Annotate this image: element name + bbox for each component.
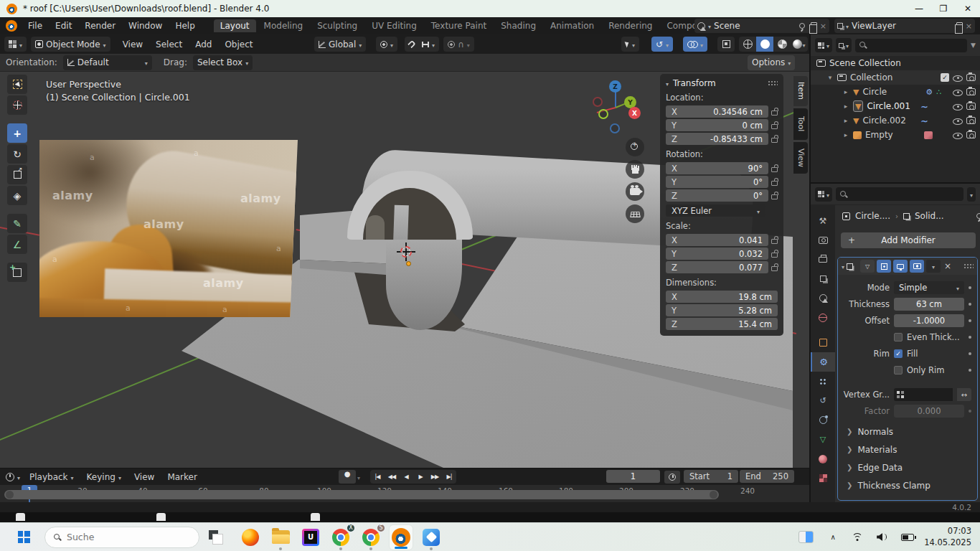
lock-icon[interactable] (771, 239, 778, 244)
tab-scene[interactable] (811, 288, 835, 308)
volume-button[interactable] (872, 524, 891, 550)
close-button[interactable]: ✕ (956, 0, 980, 17)
play-reverse-button[interactable]: ◀ (399, 474, 413, 480)
start-button[interactable] (11, 524, 36, 550)
lock-icon[interactable] (771, 167, 778, 172)
eye-icon[interactable] (953, 88, 963, 97)
lock-icon[interactable] (771, 194, 778, 199)
camera-visibility-icon[interactable] (966, 131, 976, 138)
orthographic-toggle-button[interactable] (626, 204, 644, 223)
outliner-row-collection[interactable]: ▾ Collection ✓ (811, 70, 980, 85)
disclosure-open-icon[interactable]: ▾ (826, 74, 834, 81)
extras-dropdown[interactable] (926, 260, 941, 273)
menu-select[interactable]: Select (149, 39, 189, 50)
offset-field[interactable]: -1.0000 (894, 314, 964, 327)
animate-dot[interactable] (969, 286, 971, 289)
new-scene-icon[interactable] (811, 22, 817, 30)
rotation-x-field[interactable]: X90° (666, 162, 768, 174)
location-z-field[interactable]: Z-0.85433 cm (666, 133, 768, 145)
tool-move[interactable]: + (7, 123, 27, 143)
tool-transform[interactable]: ◈ (7, 186, 27, 205)
menu-keying[interactable]: Keying (80, 472, 128, 482)
tray-expand-button[interactable]: ∧ (824, 524, 842, 550)
tab-particles[interactable] (811, 372, 835, 391)
rotation-mode-dropdown[interactable]: XYZ Euler (666, 204, 765, 217)
properties-options-button[interactable] (967, 187, 976, 202)
menu-view[interactable]: View (116, 39, 149, 50)
end-frame-field[interactable]: End250 (740, 470, 794, 483)
next-keyframe-button[interactable]: ▶▶ (428, 474, 442, 480)
timeline-editor-type-button[interactable] (6, 472, 20, 482)
gizmo-minus-y-axis[interactable] (598, 109, 608, 119)
dimensions-y-field[interactable]: Y5.28 cm (666, 304, 778, 316)
clock[interactable]: 07:03 14.05.2025 (924, 526, 971, 548)
jump-to-end-button[interactable]: ▶| (442, 474, 456, 480)
tool-select-box[interactable] (7, 75, 27, 94)
navigation-gizmo[interactable]: Z Y X (588, 77, 646, 139)
on-cage-toggle[interactable]: ▽ (860, 260, 875, 273)
lock-icon[interactable] (771, 181, 778, 186)
camera-visibility-icon[interactable] (966, 103, 976, 110)
gizmo-minus-z-axis[interactable] (610, 123, 620, 133)
widgets-button[interactable] (793, 524, 818, 550)
lock-icon[interactable] (771, 266, 778, 271)
mode-dropdown[interactable]: Object Mode (31, 37, 110, 52)
tab-object[interactable] (811, 333, 835, 352)
blender-taskbar-button[interactable] (389, 524, 413, 550)
breadcrumb-object[interactable]: Circle.... (855, 211, 890, 221)
shading-material-button[interactable] (773, 37, 791, 52)
animate-dot[interactable] (969, 303, 971, 306)
scene-selector[interactable]: Scene × (694, 19, 829, 33)
overlays-toggle[interactable] (683, 37, 707, 52)
outliner-display-mode-button[interactable] (815, 38, 832, 52)
tab-constraints[interactable] (811, 410, 835, 430)
outliner-row-empty[interactable]: ▸ Empty (811, 128, 980, 142)
dimensions-x-field[interactable]: X19.8 cm (666, 291, 778, 303)
zoom-view-button[interactable] (626, 138, 644, 156)
animate-dot[interactable] (969, 319, 971, 322)
location-x-field[interactable]: X0.34546 cm (666, 105, 768, 118)
disclosure-closed-icon[interactable]: ▸ (842, 103, 849, 110)
shading-rendered-button[interactable] (791, 37, 808, 52)
properties-editor-type-button[interactable] (815, 187, 832, 202)
gizmo-minus-x-axis[interactable] (593, 97, 603, 107)
previous-keyframe-button[interactable]: ◀◀ (385, 474, 399, 480)
xray-toggle[interactable] (717, 37, 735, 52)
npanel-tab-tool[interactable]: Tool (793, 108, 808, 140)
gizmo-x-axis[interactable]: X (628, 107, 641, 119)
photos-button[interactable] (419, 524, 443, 550)
tab-render[interactable] (811, 230, 835, 250)
tab-layout[interactable]: Layout (214, 19, 256, 32)
modifier-header[interactable]: ▽ × (838, 258, 977, 275)
filter-funnel-icon[interactable]: ▼ (971, 42, 976, 49)
tab-shading[interactable]: Shading (494, 19, 542, 32)
play-button[interactable]: ▶ (413, 474, 428, 480)
viewlayer-selector[interactable]: ViewLayer × (834, 19, 975, 33)
file-explorer-button[interactable] (268, 524, 293, 550)
tab-world[interactable] (811, 308, 835, 327)
outliner-row-circle-001[interactable]: ▸ ▼ Circle.001 ~ (811, 99, 980, 113)
auto-keying-button[interactable]: ● (339, 470, 356, 484)
remove-viewlayer-icon[interactable]: × (966, 22, 972, 31)
outliner-row-circle[interactable]: ▸ ▼ Circle ⚙ ∴ (811, 85, 980, 99)
timeline-ruler[interactable]: 20 40 60 80 100 120 140 160 180 200 220 … (0, 485, 809, 502)
shading-wireframe-button[interactable] (739, 37, 756, 52)
menu-view-timeline[interactable]: View (128, 472, 161, 482)
proportional-edit-controls[interactable]: ∩ (443, 37, 474, 52)
outliner-row-circle-002[interactable]: ▸ ▼ Circle.002 ~ (811, 113, 980, 128)
task-view-button[interactable] (204, 524, 228, 550)
firefox-button[interactable] (238, 524, 263, 550)
tab-object-data[interactable]: ▽ (811, 430, 835, 449)
pivot-point-dropdown[interactable] (376, 37, 397, 52)
rotation-z-field[interactable]: Z0° (666, 189, 768, 202)
scrollbar-right-handle[interactable] (710, 491, 717, 499)
editor-splitter[interactable] (0, 468, 809, 468)
outliner-row-scene-collection[interactable]: Scene Collection (811, 56, 980, 70)
camera-visibility-icon[interactable] (966, 74, 976, 81)
chrome-profile-x-button[interactable]: X (329, 524, 353, 550)
current-frame-field[interactable]: 1 (606, 470, 660, 483)
object-visibility-dropdown[interactable] (621, 37, 639, 52)
eye-icon[interactable] (953, 131, 963, 140)
lock-icon[interactable] (771, 253, 778, 258)
disclosure-closed-icon[interactable]: ▸ (842, 117, 849, 124)
